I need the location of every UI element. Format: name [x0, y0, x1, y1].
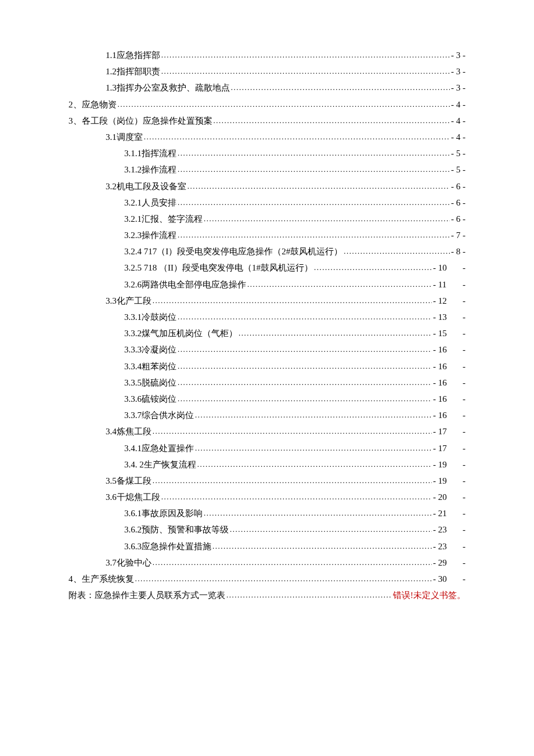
toc-page: - 23- [433, 542, 466, 551]
toc-entry: 4、生产系统恢复- 30- [68, 575, 466, 584]
toc-leader [178, 345, 432, 353]
toc-entry: 3.3.4粗苯岗位- 16- [68, 362, 466, 371]
toc-entry: 1.2指挥部职责- 3 - [68, 67, 466, 76]
toc-page: - 6 - [451, 215, 466, 224]
toc-leader [214, 117, 450, 124]
toc-entry: 3.3.6硫铵岗位- 16- [68, 395, 466, 404]
toc-page: - 5 - [451, 149, 466, 158]
toc-leader [161, 51, 450, 59]
toc-leader [178, 149, 450, 157]
toc-entry: 3.7化验中心- 29- [68, 559, 466, 567]
toc-title: 3.3.3冷凝岗位 [124, 345, 176, 354]
toc-page: - 6 - [451, 182, 466, 191]
toc-title: 3.4.1应急处置操作 [124, 444, 194, 453]
toc-title: 3.3化产工段 [106, 297, 151, 305]
toc-title: 3.2机电工段及设备室 [106, 182, 186, 191]
toc-leader [204, 215, 450, 222]
toc-leader [178, 231, 450, 239]
toc-entry: 3.2.5 718 （II）段受电突发停电（1#鼓风机运行）- 10- [68, 264, 466, 272]
toc-page: - 7 - [451, 231, 466, 240]
toc-page: - 11- [433, 280, 466, 289]
toc-page: - 20- [433, 493, 466, 502]
toc-title: 3.1.2操作流程 [124, 165, 176, 174]
toc-leader [178, 362, 432, 370]
toc-page: - 17- [433, 427, 466, 436]
toc-page: - 30- [433, 575, 466, 584]
toc-entry: 3、各工段（岗位）应急操作处置预案- 4 - [68, 117, 466, 125]
toc-page: - 3 - [451, 51, 466, 60]
toc-title: 3.5备煤工段 [106, 477, 151, 485]
toc-leader [178, 379, 432, 386]
toc-title: 3.1.1指挥流程 [124, 149, 176, 158]
toc-entry: 3.6.2预防、预警和事故等级- 23- [68, 525, 466, 534]
toc-entry: 3.6.3应急操作处置措施- 23- [68, 542, 466, 551]
toc-title: 3.3.2煤气加压机岗位（气柜） [124, 329, 237, 338]
toc-title: 1.2指挥部职责 [106, 67, 160, 76]
toc-leader [187, 182, 450, 190]
toc-entry: 3.3.5脱硫岗位- 16- [68, 379, 466, 387]
toc-leader [178, 395, 432, 402]
toc-title: 3.2.3操作流程 [124, 231, 176, 240]
toc-leader [153, 477, 432, 484]
table-of-contents: 1.1应急指挥部- 3 -1.2指挥部职责- 3 -1.3指挥办公室及救护、疏散… [68, 51, 466, 600]
toc-leader [195, 411, 432, 419]
toc-entry: 3.3化产工段- 12- [68, 297, 466, 305]
toc-title: 3、各工段（岗位）应急操作处置预案 [68, 117, 212, 125]
toc-page: - 13- [433, 313, 466, 322]
toc-page: 错误!未定义书签。 [393, 591, 466, 600]
toc-leader [153, 559, 432, 566]
toc-page: - 19- [433, 460, 466, 469]
toc-leader [153, 427, 432, 435]
toc-leader [197, 460, 432, 468]
toc-page: - 29- [433, 559, 466, 567]
toc-page: - 10- [433, 264, 466, 272]
toc-leader [230, 525, 432, 533]
toc-leader [344, 247, 450, 255]
toc-leader [195, 444, 432, 452]
toc-page: - 23- [433, 525, 466, 534]
toc-entry: 3.4炼焦工段- 17- [68, 427, 466, 436]
toc-entry: 3.3.1冷鼓岗位- 13- [68, 313, 466, 322]
toc-entry: 3.3.7综合供水岗位- 16- [68, 411, 466, 420]
toc-entry: 1.3指挥办公室及救护、疏散地点- 3 - [68, 84, 466, 92]
toc-page: - 12- [433, 297, 466, 305]
toc-title: 3.3.6硫铵岗位 [124, 395, 176, 404]
toc-title: 3.6.1事故原因及影响 [124, 509, 203, 518]
toc-entry: 3.6干熄焦工段- 20- [68, 493, 466, 502]
toc-title: 3.1调度室 [106, 133, 143, 142]
toc-page: - 16- [433, 379, 466, 387]
toc-page: - 3 - [451, 67, 466, 76]
toc-title: 3.2.4 717（I）段受电突发停电应急操作（2#鼓风机运行） [124, 247, 342, 256]
toc-title: 4、生产系统恢复 [68, 575, 134, 584]
toc-page: - 15- [433, 329, 466, 338]
toc-title: 3.6.3应急操作处置措施 [124, 542, 211, 551]
toc-leader [247, 280, 432, 288]
toc-title: 3.7化验中心 [106, 559, 151, 567]
toc-title: 1.1应急指挥部 [106, 51, 160, 60]
toc-title: 3.3.7综合供水岗位 [124, 411, 194, 420]
toc-entry: 3.1.2操作流程- 5 - [68, 165, 466, 174]
toc-entry: 3.1调度室- 4 - [68, 133, 466, 142]
toc-entry: 3.2.1汇报、签字流程- 6 - [68, 215, 466, 224]
toc-entry: 3.3.3冷凝岗位- 16- [68, 345, 466, 354]
toc-page: - 5 - [451, 165, 466, 174]
toc-entry: 3.2.3操作流程- 7 - [68, 231, 466, 240]
toc-page: - 6 - [451, 199, 466, 207]
toc-entry: 3.1.1指挥流程 - 5 - [68, 149, 466, 158]
toc-page: - 16- [433, 395, 466, 404]
toc-leader [178, 199, 450, 206]
toc-leader [118, 100, 450, 108]
toc-page: - 17- [433, 444, 466, 453]
toc-leader [178, 165, 450, 173]
toc-page: - 16- [433, 411, 466, 420]
toc-entry: 3.6.1事故原因及影响- 21- [68, 509, 466, 518]
toc-leader [161, 67, 450, 75]
toc-page: - 16- [433, 345, 466, 354]
toc-title: 3.2.5 718 （II）段受电突发停电（1#鼓风机运行） [124, 264, 313, 272]
toc-leader [144, 133, 450, 141]
toc-title: 3.6.2预防、预警和事故等级 [124, 525, 229, 534]
toc-leader [153, 297, 432, 304]
toc-page: - 4 - [451, 100, 466, 109]
toc-title: 3.2.6两路供电全部停电应急操作 [124, 280, 246, 289]
toc-page: - 21- [433, 509, 466, 518]
